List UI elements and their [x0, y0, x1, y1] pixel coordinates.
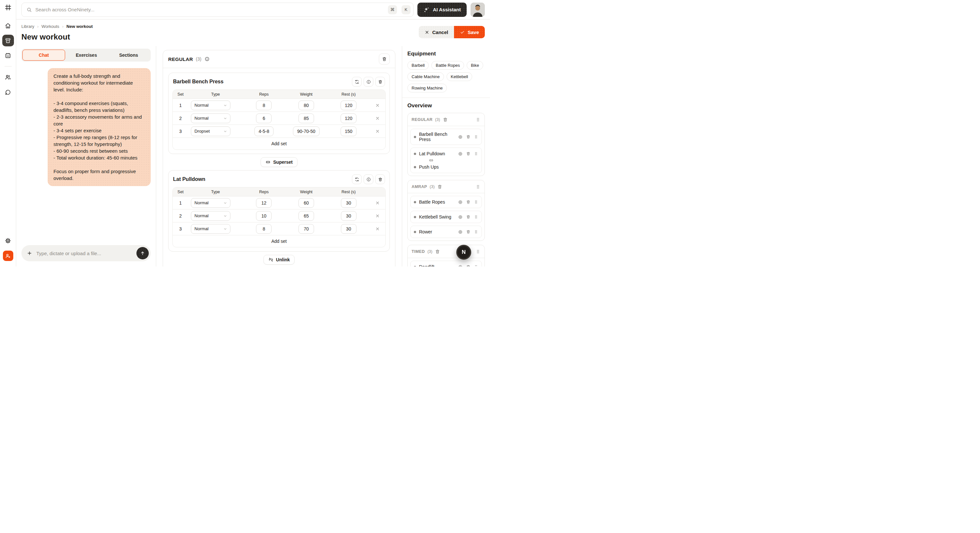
nav-settings[interactable]	[2, 235, 14, 246]
nav-home[interactable]	[2, 20, 14, 32]
drag-handle[interactable]	[474, 200, 478, 204]
unlink-button[interactable]: Unlink	[264, 255, 295, 265]
equipment-tag[interactable]: Battle Ropes	[431, 61, 464, 70]
overview-exercise-card[interactable]: Rower	[410, 226, 482, 238]
weight-input[interactable]: 85	[299, 113, 314, 123]
equipment-tag[interactable]: Bike	[467, 61, 483, 70]
remove-set-button[interactable]	[373, 127, 382, 136]
rest-input[interactable]: 120	[340, 101, 356, 110]
target-button[interactable]	[458, 265, 463, 267]
reps-input[interactable]: 8	[256, 224, 272, 234]
delete-exercise-button[interactable]	[375, 174, 385, 184]
reps-input[interactable]: 4-5-8	[255, 126, 274, 136]
delete-group-button[interactable]	[435, 249, 440, 254]
delete-group-button[interactable]	[437, 184, 442, 189]
reps-input[interactable]: 12	[256, 198, 272, 208]
drag-handle[interactable]	[474, 215, 478, 219]
drag-handle[interactable]	[476, 117, 480, 122]
target-button[interactable]	[458, 200, 463, 204]
set-type-select[interactable]: Normal	[191, 198, 231, 208]
nav-messages[interactable]	[2, 86, 14, 98]
remove-set-button[interactable]	[373, 198, 382, 207]
target-button[interactable]	[458, 215, 463, 220]
superset-button[interactable]: Superset	[261, 157, 298, 167]
exercise-info-button[interactable]	[364, 77, 373, 86]
overview-exercise-card[interactable]: Barbell Bench Press	[410, 129, 482, 145]
weight-input[interactable]: 60	[299, 198, 314, 208]
add-set-button[interactable]: Add set	[271, 141, 286, 146]
rest-input[interactable]: 150	[340, 126, 356, 136]
delete-button[interactable]	[466, 134, 471, 139]
equipment-tag[interactable]: Rowing Machine	[407, 84, 447, 93]
ai-assistant-button[interactable]: AI Assistant	[417, 3, 467, 17]
set-type-select[interactable]: Normal	[191, 101, 231, 110]
overview-superset-card[interactable]: Lat Pulldown Push Ups	[410, 147, 482, 173]
delete-button[interactable]	[466, 230, 471, 234]
delete-button[interactable]	[466, 215, 471, 219]
tab-sections[interactable]: Sections	[108, 49, 150, 61]
chat-input[interactable]	[36, 251, 132, 256]
search-input[interactable]	[35, 7, 383, 12]
delete-button[interactable]	[466, 265, 471, 266]
swap-exercise-button[interactable]	[352, 77, 362, 86]
overview-exercise-card[interactable]: Battle Ropes	[410, 196, 482, 208]
add-user-button[interactable]	[3, 251, 13, 261]
attach-button[interactable]	[27, 250, 32, 256]
user-avatar[interactable]	[471, 3, 485, 17]
delete-group-button[interactable]	[443, 117, 448, 122]
delete-button[interactable]	[466, 200, 471, 204]
rest-input[interactable]: 30	[341, 198, 356, 208]
set-type-select[interactable]: Dropset	[191, 126, 231, 136]
chat-scroll-area[interactable]	[16, 186, 156, 245]
remove-set-button[interactable]	[373, 114, 382, 123]
reps-input[interactable]: 10	[256, 211, 272, 221]
set-type-select[interactable]: Normal	[191, 113, 231, 123]
equipment-tag[interactable]: Kettlebell	[447, 72, 472, 81]
add-set-button[interactable]: Add set	[271, 239, 286, 244]
reps-input[interactable]: 8	[256, 101, 272, 110]
drag-handle[interactable]	[474, 265, 478, 266]
exercise-info-button[interactable]	[364, 174, 373, 184]
nav-clients[interactable]	[2, 71, 14, 83]
app-logo-icon[interactable]	[5, 4, 12, 11]
drag-handle[interactable]	[476, 249, 480, 254]
swap-exercise-button[interactable]	[352, 174, 362, 184]
weight-input[interactable]: 70	[299, 224, 314, 234]
weight-input[interactable]: 90-70-50	[293, 126, 320, 136]
reps-input[interactable]: 6	[256, 113, 272, 123]
notification-fab[interactable]: N	[456, 245, 471, 260]
cancel-button[interactable]: Cancel	[419, 26, 454, 38]
target-button[interactable]	[458, 230, 463, 235]
drag-handle[interactable]	[476, 184, 480, 189]
breadcrumb-workouts[interactable]: Workouts	[41, 24, 59, 29]
target-button[interactable]	[458, 152, 463, 156]
send-button[interactable]	[137, 247, 149, 259]
tab-exercises[interactable]: Exercises	[65, 49, 107, 61]
rest-input[interactable]: 30	[341, 211, 356, 221]
rest-input[interactable]: 120	[340, 113, 356, 123]
nav-library[interactable]	[2, 35, 14, 46]
delete-section-button[interactable]	[379, 54, 390, 64]
overview-exercise-card[interactable]: Kettlebell Swing	[410, 211, 482, 223]
section-info-button[interactable]	[205, 56, 210, 62]
drag-handle[interactable]	[474, 152, 478, 156]
weight-input[interactable]: 65	[299, 211, 314, 221]
breadcrumb-library[interactable]: Library	[21, 24, 34, 29]
weight-input[interactable]: 80	[299, 101, 314, 110]
remove-set-button[interactable]	[373, 224, 382, 233]
remove-set-button[interactable]	[373, 101, 382, 110]
delete-exercise-button[interactable]	[375, 77, 385, 86]
equipment-tag[interactable]: Cable Machine	[407, 72, 444, 81]
remove-set-button[interactable]	[373, 211, 382, 220]
rest-input[interactable]: 30	[341, 224, 356, 234]
global-search[interactable]: ⌘ K	[21, 3, 414, 17]
overview-exercise-card[interactable]: Deadlift	[410, 261, 482, 266]
equipment-tag[interactable]: Barbell	[407, 61, 429, 70]
set-type-select[interactable]: Normal	[191, 224, 231, 234]
drag-handle[interactable]	[474, 134, 478, 139]
set-type-select[interactable]: Normal	[191, 211, 231, 221]
tab-chat[interactable]: Chat	[22, 49, 65, 61]
save-button[interactable]: Save	[454, 26, 485, 38]
drag-handle[interactable]	[474, 230, 478, 234]
nav-calendar[interactable]	[2, 49, 14, 61]
